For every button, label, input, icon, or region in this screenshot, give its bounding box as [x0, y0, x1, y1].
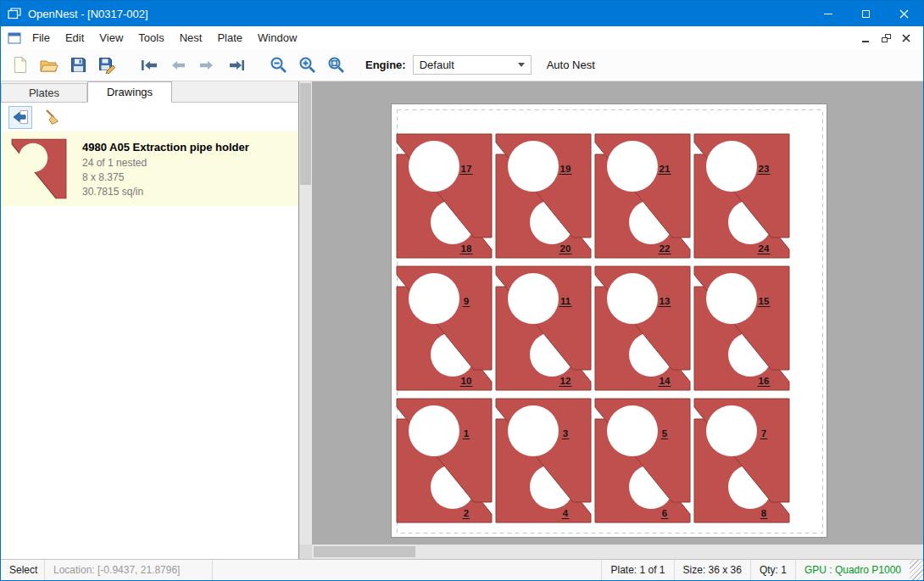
maximize-button[interactable]	[847, 1, 885, 26]
drawing-item-text: 4980 A05 Extraction pipe holder 24 of 1 …	[82, 137, 249, 201]
minimize-button[interactable]	[809, 1, 847, 26]
mdi-restore-icon	[882, 34, 891, 42]
statusbar: Select Location: [-0.9437, 21.8796] Plat…	[1, 559, 923, 580]
minimize-icon	[824, 14, 832, 14]
status-plate: Plate: 1 of 1	[601, 560, 673, 580]
titlebar: OpenNest - [N0317-002]	[1, 1, 923, 26]
zoom-out-button[interactable]	[265, 53, 291, 78]
nest-part-label: 18	[461, 243, 472, 254]
go-first-icon	[140, 59, 159, 72]
nest-part-label: 10	[461, 376, 472, 386]
menu-window[interactable]: Window	[250, 27, 304, 48]
nest-part-label: 2	[464, 508, 469, 518]
mdi-close-button[interactable]	[896, 30, 916, 47]
status-mode: Select	[1, 560, 45, 580]
toolbar: Engine: Default Auto Nest	[1, 49, 923, 81]
nest-canvas[interactable]: 171819202122232491011121314151612345678	[299, 81, 923, 559]
engine-label: Engine:	[365, 59, 406, 71]
side-panel: Plates Drawings	[1, 81, 299, 559]
go-next-icon	[198, 59, 215, 72]
nest-part-label: 6	[662, 508, 667, 518]
engine-dropdown[interactable]: Default	[413, 55, 532, 75]
tab-plates[interactable]: Plates	[1, 83, 87, 102]
nest-pair[interactable]: 2324	[694, 134, 789, 258]
save-icon	[70, 57, 86, 73]
vertical-scrollbar-thumb[interactable]	[300, 83, 311, 185]
new-button[interactable]	[8, 53, 33, 78]
clean-button[interactable]	[41, 106, 64, 129]
tab-drawings[interactable]: Drawings	[87, 81, 172, 103]
nest-pair[interactable]: 1718	[397, 134, 492, 258]
nest-pair[interactable]: 1516	[694, 266, 789, 390]
nest-part-label: 4	[563, 508, 569, 518]
menu-tools[interactable]: Tools	[131, 27, 171, 48]
nest-pair[interactable]: 56	[595, 399, 690, 522]
mdi-minimize-button[interactable]	[855, 30, 876, 47]
nest-part-label: 5	[662, 428, 668, 439]
clean-icon	[44, 109, 61, 126]
mdi-close-icon	[902, 34, 910, 42]
menu-view[interactable]: View	[92, 27, 131, 48]
go-first-button[interactable]	[136, 53, 162, 78]
nest-pair[interactable]: 78	[694, 399, 789, 522]
menu-plate[interactable]: Plate	[209, 27, 250, 48]
drawing-item-nested: 24 of 1 nested	[82, 156, 249, 170]
drawing-thumbnail	[11, 137, 69, 201]
drawing-list-item[interactable]: 4980 A05 Extraction pipe holder 24 of 1 …	[1, 131, 298, 206]
plate-view[interactable]: 171819202122232491011121314151612345678	[391, 103, 827, 538]
mdi-restore-button[interactable]	[876, 30, 896, 47]
nest-part-label: 24	[759, 243, 770, 254]
drawing-list-empty-area	[1, 206, 298, 559]
zoom-fit-button[interactable]	[323, 53, 348, 78]
horizontal-scrollbar-thumb[interactable]	[314, 546, 415, 557]
vertical-scrollbar[interactable]	[299, 81, 312, 545]
zoom-out-icon	[270, 56, 287, 74]
nest-pair[interactable]: 1920	[496, 134, 591, 258]
nest-svg: 171819202122232491011121314151612345678	[392, 104, 828, 539]
mdi-minimize-icon	[862, 41, 869, 42]
chevron-down-icon	[518, 63, 525, 67]
nest-part-label: 13	[660, 296, 671, 306]
resize-grip-icon[interactable]	[910, 560, 923, 580]
menubar: File Edit View Tools Nest Plate Window	[1, 26, 923, 49]
part-thumbnail-icon	[11, 138, 67, 199]
nest-part-label: 15	[759, 296, 770, 306]
status-size: Size: 36 x 36	[674, 560, 750, 580]
nest-part-label: 22	[660, 243, 671, 254]
save-as-icon	[98, 57, 116, 74]
status-spacer	[213, 560, 601, 580]
save-button[interactable]	[65, 53, 91, 78]
nest-pair[interactable]: 2122	[595, 134, 690, 258]
nest-part-label: 14	[660, 376, 671, 386]
horizontal-scrollbar[interactable]	[312, 545, 923, 559]
nest-part-label: 1	[464, 428, 470, 439]
nest-part-label: 7	[761, 428, 766, 439]
close-icon	[899, 9, 909, 19]
drawing-item-dimensions: 8 x 8.375	[82, 170, 249, 185]
nest-pair[interactable]: 910	[397, 266, 492, 390]
menu-file[interactable]: File	[25, 27, 58, 48]
nest-pair[interactable]: 1112	[496, 266, 591, 390]
go-next-button[interactable]	[194, 53, 220, 78]
nest-part-label: 16	[759, 376, 770, 386]
go-last-button[interactable]	[223, 53, 248, 78]
menu-edit[interactable]: Edit	[58, 27, 92, 48]
nest-pair[interactable]: 12	[397, 399, 492, 522]
drawing-item-area: 30.7815 sq/in	[82, 185, 249, 199]
go-previous-button[interactable]	[165, 53, 191, 78]
status-location: Location: [-0.9437, 21.8796]	[45, 560, 213, 580]
close-button[interactable]	[885, 1, 923, 26]
import-drawing-button[interactable]	[8, 106, 32, 129]
auto-nest-button[interactable]: Auto Nest	[547, 59, 595, 71]
nest-pair[interactable]: 34	[496, 399, 591, 522]
zoom-in-button[interactable]	[294, 53, 320, 78]
status-gpu: GPU : Quadro P1000	[795, 560, 910, 580]
save-as-button[interactable]	[94, 53, 120, 78]
nest-pair[interactable]: 1314	[595, 266, 690, 390]
app-icon	[8, 8, 21, 20]
nest-part-label: 8	[761, 508, 767, 518]
menu-nest[interactable]: Nest	[172, 27, 210, 48]
open-button[interactable]	[36, 53, 62, 78]
nest-part-label: 17	[461, 164, 472, 174]
status-qty: Qty: 1	[750, 560, 795, 580]
